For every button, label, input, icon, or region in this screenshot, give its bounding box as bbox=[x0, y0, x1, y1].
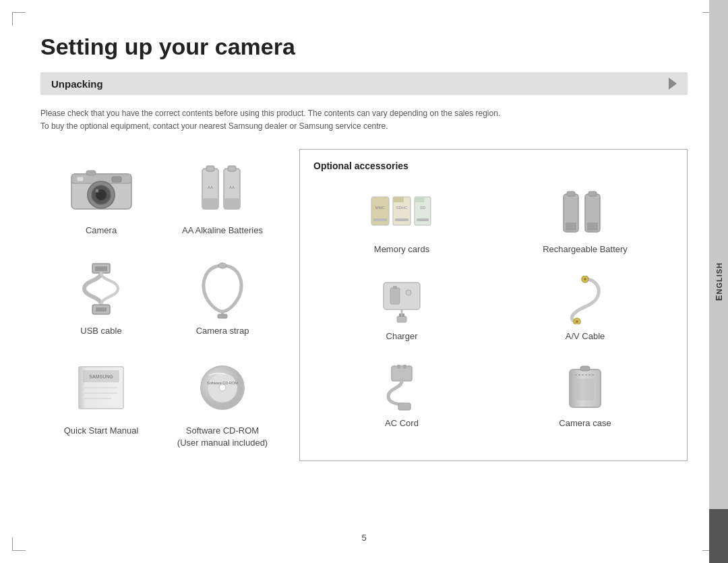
memory-cards-image: MMC SDHC SD bbox=[368, 186, 435, 240]
svg-text:SD: SD bbox=[420, 206, 426, 210]
svg-rect-55 bbox=[397, 316, 406, 322]
svg-rect-65 bbox=[398, 403, 411, 410]
svg-point-5 bbox=[95, 189, 98, 193]
arrow-icon bbox=[669, 78, 677, 90]
corner-mark-tl bbox=[12, 12, 26, 26]
svg-rect-40 bbox=[395, 218, 408, 221]
software-cd-image: Software CD-ROM bbox=[185, 359, 260, 419]
svg-rect-62 bbox=[392, 366, 412, 381]
svg-rect-13 bbox=[228, 166, 236, 171]
item-camera-strap-label: Camera strap bbox=[196, 325, 249, 337]
opt-ac-cord-label: AC Cord bbox=[385, 418, 419, 428]
svg-rect-64 bbox=[403, 365, 406, 369]
opt-charger-label: Charger bbox=[386, 331, 418, 341]
corner-mark-bl bbox=[12, 537, 26, 551]
opt-charger: Charger bbox=[313, 268, 490, 348]
camera-case-image bbox=[551, 360, 619, 414]
bottom-right-bar bbox=[709, 509, 728, 563]
page-number: 5 bbox=[361, 533, 366, 543]
item-camera: Camera bbox=[40, 149, 162, 249]
opt-memory-cards: MMC SDHC SD bbox=[313, 181, 490, 261]
item-aa-batteries: AA AA AA Alkaline Batteries bbox=[162, 149, 283, 249]
items-grid: Camera AA AA bbox=[40, 149, 283, 461]
right-sidebar: ENGLISH bbox=[709, 0, 728, 563]
quick-start-image: SAMSUNG bbox=[64, 359, 138, 419]
unpacking-bar: Unpacking bbox=[40, 72, 688, 95]
svg-text:AA: AA bbox=[208, 185, 213, 189]
description-text: Please check that you have the correct c… bbox=[40, 107, 661, 133]
charger-image bbox=[368, 273, 435, 327]
svg-rect-20 bbox=[96, 307, 107, 312]
item-quick-start-label: Quick Start Manual bbox=[64, 425, 139, 437]
opt-memory-cards-label: Memory cards bbox=[374, 244, 429, 254]
opt-ac-cord: AC Cord bbox=[313, 355, 490, 435]
opt-camera-case-label: Camera case bbox=[559, 418, 611, 428]
item-usb-cable-label: USB cable bbox=[80, 325, 121, 337]
svg-rect-37 bbox=[373, 218, 387, 221]
camera-strap-image bbox=[185, 259, 260, 320]
svg-rect-46 bbox=[566, 223, 576, 231]
svg-rect-18 bbox=[95, 266, 107, 271]
optional-box-title: Optional accessories bbox=[313, 160, 673, 171]
svg-rect-6 bbox=[112, 177, 121, 182]
page-wrapper: Setting up your camera Unpacking Please … bbox=[0, 0, 728, 563]
camera-image bbox=[64, 158, 138, 219]
svg-text:SDHC: SDHC bbox=[396, 206, 408, 210]
ac-cord-image bbox=[368, 360, 435, 414]
opt-rechargeable-battery: Rechargeable Battery bbox=[497, 181, 673, 261]
item-camera-strap: Camera strap bbox=[162, 249, 283, 349]
svg-point-34 bbox=[219, 384, 226, 391]
svg-rect-52 bbox=[393, 286, 397, 289]
opt-av-cable-label: A/V Cable bbox=[566, 331, 605, 341]
item-software-cd: Software CD-ROM Software CD-ROM(User man… bbox=[162, 349, 283, 461]
optional-accessories-box: Optional accessories MMC SDHC bbox=[299, 149, 688, 461]
content-area: Camera AA AA bbox=[40, 149, 688, 461]
svg-point-22 bbox=[218, 263, 226, 268]
svg-text:MMC: MMC bbox=[375, 206, 386, 210]
aa-batteries-image: AA AA bbox=[185, 158, 260, 219]
svg-rect-45 bbox=[567, 191, 575, 196]
item-aa-batteries-label: AA Alkaline Batteries bbox=[182, 225, 263, 237]
svg-rect-69 bbox=[580, 366, 590, 371]
svg-rect-57 bbox=[402, 314, 404, 317]
svg-point-59 bbox=[584, 278, 586, 280]
svg-text:SAMSUNG: SAMSUNG bbox=[89, 374, 113, 379]
svg-rect-50 bbox=[384, 283, 420, 309]
item-quick-start: SAMSUNG Quick Start Manual bbox=[40, 349, 162, 461]
opt-camera-case: Camera case bbox=[497, 355, 673, 435]
svg-rect-56 bbox=[399, 314, 401, 317]
svg-rect-21 bbox=[218, 314, 227, 318]
svg-point-61 bbox=[576, 320, 578, 323]
svg-rect-49 bbox=[587, 223, 598, 231]
svg-rect-11 bbox=[202, 198, 218, 209]
item-usb-cable: USB cable bbox=[40, 249, 162, 349]
svg-rect-43 bbox=[417, 218, 429, 221]
svg-rect-68 bbox=[576, 379, 594, 401]
svg-point-53 bbox=[406, 290, 411, 295]
svg-rect-51 bbox=[390, 288, 400, 304]
svg-rect-8 bbox=[86, 171, 96, 175]
rechargeable-battery-image bbox=[551, 186, 619, 240]
opt-av-cable: A/V Cable bbox=[497, 268, 673, 348]
svg-rect-14 bbox=[224, 198, 240, 209]
av-cable-image bbox=[551, 273, 619, 327]
svg-rect-7 bbox=[77, 177, 84, 181]
svg-rect-63 bbox=[397, 365, 400, 369]
language-label: ENGLISH bbox=[714, 262, 724, 301]
item-camera-label: Camera bbox=[86, 225, 117, 237]
section-title: Unpacking bbox=[51, 78, 103, 90]
optional-grid: MMC SDHC SD bbox=[313, 181, 673, 435]
usb-cable-image bbox=[64, 259, 138, 320]
svg-text:AA: AA bbox=[229, 185, 235, 189]
svg-rect-10 bbox=[206, 166, 214, 171]
page-title: Setting up your camera bbox=[40, 34, 688, 60]
opt-rechargeable-battery-label: Rechargeable Battery bbox=[543, 244, 628, 254]
item-software-cd-label: Software CD-ROM(User manual included) bbox=[177, 425, 268, 449]
svg-rect-48 bbox=[588, 191, 597, 196]
